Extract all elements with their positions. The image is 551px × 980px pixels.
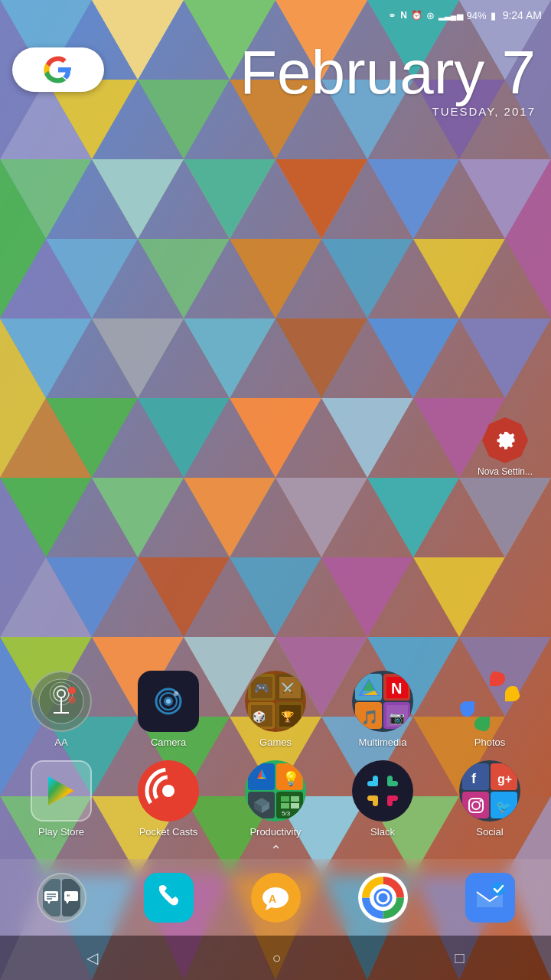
app-playstore[interactable]: Play Store [15,760,107,838]
svg-point-147 [162,785,174,797]
dock-icon-phone [144,873,194,923]
svg-rect-161 [291,796,299,802]
dock-messenger[interactable]: A [245,873,306,923]
app-icon-slack [352,760,413,822]
app-label-pocketcasts: Pocket Casts [139,826,198,838]
status-icons: ⚭ N ⏰ ⊛ ▂▃▄▅ 94% ▮ 9:24 AM [388,9,542,21]
svg-text:🎵: 🎵 [361,709,379,726]
app-icon-games: 🎮 ⚔️ 🎲 🏆 [245,671,306,732]
swipe-up-indicator[interactable]: ⌃ [270,842,282,859]
app-label-camera: Camera [151,737,186,748]
nav-home-icon: ○ [272,949,281,966]
app-productivity[interactable]: 💡 [230,760,321,838]
svg-text:🎮: 🎮 [254,681,269,695]
nav-recents-icon: □ [455,949,464,966]
app-label-productivity: Productivity [249,826,301,838]
app-icon-playstore [31,760,92,822]
app-icon-photos [459,671,520,732]
app-icon-multimedia: N 🎵 📷 [352,671,413,732]
app-icon-social: f g+ [459,760,520,822]
dock: ❝ A [0,859,551,936]
app-icon-camera [138,671,199,732]
bluetooth-icon: ⚭ [388,10,396,21]
app-photos[interactable]: Photos [444,671,536,748]
svg-point-124 [166,699,171,704]
svg-rect-169 [387,776,393,786]
app-label-slack: Slack [370,826,395,838]
google-g-logo [43,54,73,85]
dock-icon-sms: ❝ [37,873,86,923]
svg-point-119 [68,696,76,704]
svg-rect-162 [281,803,289,808]
svg-point-165 [357,765,409,817]
google-search-button[interactable] [12,47,104,92]
dock-sms[interactable]: ❝ [31,873,92,923]
svg-text:💡: 💡 [282,770,300,787]
time-display: 9:24 AM [503,9,542,21]
svg-text:📷: 📷 [390,710,405,725]
svg-rect-171 [373,795,378,806]
nav-back-icon: ◁ [86,949,98,966]
app-row-1: AA Camera 🎮 [8,671,543,748]
wifi-icon: ⊛ [426,10,435,21]
nav-recents-button[interactable]: □ [432,942,487,975]
svg-text:f: f [471,771,477,786]
battery-icon: ▮ [491,10,496,21]
app-multimedia[interactable]: N 🎵 📷 [337,671,429,748]
app-label-playstore: Play Store [38,826,84,838]
date-widget: February 7 TUESDAY, 2017 [240,42,536,118]
alarm-icon: ⏰ [411,10,422,21]
svg-rect-167 [373,776,378,786]
app-pocketcasts[interactable]: Pocket Casts [122,760,214,838]
svg-point-118 [68,687,76,694]
svg-marker-136 [363,680,375,691]
svg-text:A: A [269,893,276,905]
dock-phone[interactable] [138,873,199,923]
app-icon-productivity: 💡 [245,760,306,822]
svg-text:🎲: 🎲 [253,710,266,724]
dock-icon-inbox [465,873,515,923]
nova-settings-label: Nova Settin... [478,466,533,477]
svg-point-181 [479,799,481,802]
app-label-games: Games [259,737,292,748]
svg-text:⚔️: ⚔️ [281,682,295,695]
app-label-photos: Photos [474,737,505,748]
app-icon-pocketcasts [138,760,199,822]
nav-bar: ◁ ○ □ [0,936,551,980]
gear-icon [491,426,519,454]
app-label-social: Social [476,826,503,838]
status-bar: ⚭ N ⏰ ⊛ ▂▃▄▅ 94% ▮ 9:24 AM [0,0,551,31]
svg-point-201 [491,882,505,896]
nav-back-button[interactable]: ◁ [64,941,121,975]
svg-rect-200 [471,878,509,916]
date-day: February 7 [240,42,536,103]
app-social[interactable]: f g+ [444,760,536,838]
signal-icon: ▂▃▄▅ [439,11,463,21]
app-label-multimedia: Multimedia [359,737,407,748]
svg-text:5/3: 5/3 [282,810,291,816]
dock-chrome[interactable] [352,873,413,923]
nova-settings-icon[interactable]: Nova Settin... [474,417,536,477]
dock-inbox[interactable] [459,873,520,923]
app-slack[interactable]: Slack [337,760,429,838]
app-row-2: Play Store Pocket Casts [8,760,543,838]
app-games[interactable]: 🎮 ⚔️ 🎲 🏆 Games [230,671,321,748]
svg-rect-163 [291,803,299,808]
app-aa[interactable]: AA [15,671,107,748]
app-camera[interactable]: Camera [122,671,214,748]
dock-icon-messenger: A [251,873,301,923]
app-label-aa: AA [54,737,67,748]
nfc-icon: N [400,10,407,21]
battery-text: 94% [467,10,487,21]
nav-home-button[interactable]: ○ [249,942,304,975]
svg-text:N: N [391,680,402,697]
svg-point-125 [174,691,178,696]
app-icon-aa [31,671,92,732]
svg-point-199 [378,893,387,902]
svg-text:❝: ❝ [67,893,70,900]
svg-rect-174 [465,766,487,788]
svg-text:🐦: 🐦 [496,799,511,814]
svg-rect-160 [281,796,289,802]
svg-text:g+: g+ [497,773,512,786]
svg-rect-173 [387,795,393,806]
